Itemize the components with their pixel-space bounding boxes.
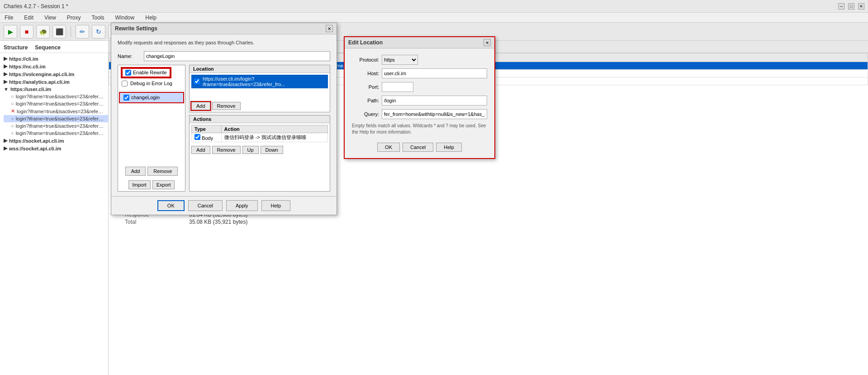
location-remove-button[interactable]: Remove [212,102,241,110]
edit-location-body: Protocol: https http any Host: Port: Pat… [345,48,494,158]
list-item[interactable]: ○ login?iframe=true&isactives=23&refer_f… [4,100,108,107]
window-controls: ─ □ ✕ [838,3,864,10]
tree-item-nc-cli-im[interactable]: ▶ https://nc.cli.im [0,62,108,70]
item-icon: ○ [11,94,14,99]
action-buttons: Add Remove Up Down [190,144,330,156]
action-add-button[interactable]: Add [191,146,210,154]
rewrite-apply-button[interactable]: Apply [226,200,258,211]
tree-item-analytics[interactable]: ▶ https://analytics.api.cli.im [0,78,108,86]
location-checkbox[interactable] [194,78,200,84]
menu-view[interactable]: View [42,14,59,22]
rewrite-ok-button[interactable]: OK [157,200,185,211]
edit-loc-cancel-button[interactable]: Cancel [403,143,433,152]
list-item[interactable]: ○ login?iframe=true&isactives=23&refer_f… [4,122,108,130]
rewrite-help-button[interactable]: Help [261,200,291,211]
port-input[interactable] [382,82,413,92]
break-button[interactable]: ⬛ [52,25,66,38]
list-item[interactable]: ○ login?iframe=true&isactives=23&refer_f… [4,130,108,137]
sidebar-tab-sequence[interactable]: Sequence [35,44,61,51]
error-icon: ✕ [11,108,15,114]
debug-log-label[interactable]: Debug in Error Log [130,81,172,86]
edit-location-title: Edit Location [348,39,383,46]
export-button[interactable]: Export [152,180,175,189]
location-section: Location https://user.cli.im/login?ifram… [189,65,330,112]
actions-section: Actions Type Action [189,115,330,192]
rewrite-dialog-body: Modify requests and responses as they pa… [111,34,337,196]
sidebar-header: Structure Sequence [0,43,108,53]
protocol-label: Protocol: [352,57,379,62]
rules-list: changeLogin [118,91,185,164]
action-up-button[interactable]: Up [242,146,259,154]
rules-panel-buttons: Add Remove [118,164,185,178]
tree-item-wss[interactable]: ▶ wss://socket.api.cli.im [0,144,108,152]
location-item[interactable]: https://user.cli.im/login?iframe=true&is… [191,75,328,88]
path-row: Path: [352,96,487,106]
record-button[interactable]: ▶ [4,25,17,38]
pen-button[interactable]: ✏ [76,25,89,38]
enable-rewrite-row: Enable Rewrite [122,68,171,77]
tree-item-socket[interactable]: ▶ https://socket.api.cli.im [0,137,108,144]
action-down-button[interactable]: Down [261,146,283,154]
tree-group-user: ○ login?iframe=true&isactives=23&refer_f… [0,93,108,137]
edit-loc-help-button[interactable]: Help [436,143,462,152]
stop-button[interactable]: ■ [20,25,33,38]
edit-location-hint: Empty fields match all values. Wildcards… [352,123,487,135]
import-export-buttons: Import Export [118,178,185,191]
close-btn[interactable]: ✕ [858,3,864,10]
tree-item-cli-im[interactable]: ▶ https://cli.im [0,55,108,62]
menu-help[interactable]: Help [142,14,159,22]
throttle-button[interactable]: 🐢 [36,25,50,38]
enable-rewrite-checkbox[interactable] [125,70,131,76]
tree-item-user-cli-im[interactable]: ▼ https://user.cli.im [0,86,108,93]
menu-tools[interactable]: Tools [89,14,107,22]
location-buttons: Add Remove [190,100,330,112]
action-row[interactable]: Body 微信扫码登录 -> 我试试微信登录嗦嗦 [192,133,328,142]
location-section-header: Location [190,65,330,73]
edit-location-footer: OK Cancel Help [352,140,487,152]
maximize-btn[interactable]: □ [848,3,854,10]
action-checkbox[interactable] [194,134,200,140]
menu-proxy[interactable]: Proxy [64,14,84,22]
rules-add-button[interactable]: Add [125,167,146,176]
rewrite-dialog-close[interactable]: ✕ [326,25,333,32]
menu-window[interactable]: Window [113,14,138,22]
tree-item-volcengine[interactable]: ▶ https://volcengine.api.cli.im [0,70,108,78]
item-icon: ○ [11,123,14,129]
sep1 [71,26,71,37]
list-item[interactable]: ○ login?iframe=true&isactives=23&refer_f… [4,93,108,100]
right-panel: Location https://user.cli.im/login?ifram… [189,65,330,192]
rules-remove-button[interactable]: Remove [147,167,178,176]
port-row: Port: [352,82,487,92]
query-row: Query: [352,109,487,119]
protocol-select[interactable]: https http any [382,55,418,65]
sidebar-tab-structure[interactable]: Structure [4,44,28,51]
list-item-error[interactable]: ✕ login?iframe=true&isactives=23&refer_f… [4,107,108,115]
edit-loc-ok-button[interactable]: OK [377,143,400,152]
rewrite-settings-dialog: Rewrite Settings ✕ Modify requests and r… [111,23,337,215]
import-button[interactable]: Import [128,180,151,189]
host-label: Host: [352,71,379,76]
debug-log-checkbox[interactable] [122,81,128,87]
name-input[interactable] [144,51,330,61]
menu-edit[interactable]: Edit [21,14,36,22]
col-action: Action [221,125,327,133]
edit-location-close[interactable]: ✕ [484,39,491,46]
path-input[interactable] [382,96,487,106]
action-remove-button[interactable]: Remove [212,146,241,154]
enable-rewrite-label[interactable]: Enable Rewrite [133,70,167,75]
host-input[interactable] [382,68,487,78]
actions-section-header: Actions [190,115,330,123]
menu-file[interactable]: File [2,14,16,22]
refresh-button[interactable]: ↻ [92,25,105,38]
sidebar: Structure Sequence ▶ https://cli.im ▶ ht… [0,41,109,375]
path-label: Path: [352,98,379,103]
minimize-btn[interactable]: ─ [838,3,844,10]
rewrite-cancel-button[interactable]: Cancel [188,200,223,211]
list-item-selected[interactable]: ○ login?iframe=true&isactives=23&refer_f… [4,115,108,122]
rules-list-item[interactable]: changeLogin [120,93,183,102]
rewrite-dialog-desc: Modify requests and responses as they pa… [118,39,330,47]
location-add-button[interactable]: Add [191,102,210,110]
query-input[interactable] [382,109,487,119]
item-icon: ○ [11,101,14,106]
rule-checkbox[interactable] [123,95,129,101]
